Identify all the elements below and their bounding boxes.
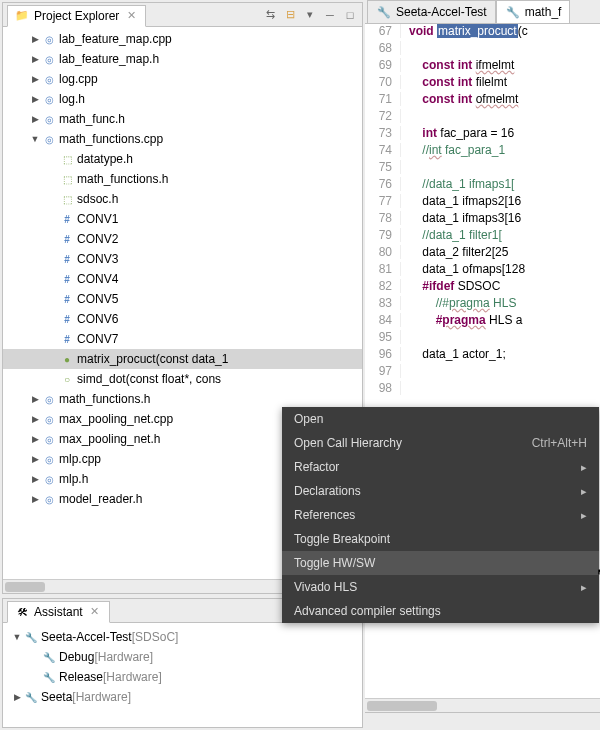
assistant-tree[interactable]: 🔧Seeta-Accel-Test [SDSoC]🔧Debug [Hardwar… [3, 623, 362, 711]
tree-item[interactable]: #CONV1 [3, 209, 362, 229]
context-menu[interactable]: OpenOpen Call HierarchyCtrl+Alt+HRefacto… [282, 407, 599, 623]
code-src[interactable]: #ifdef SDSOC [401, 279, 500, 293]
tree-item[interactable]: ◎math_functions.cpp [3, 129, 362, 149]
code-line[interactable]: 73 int fac_para = 16 [365, 126, 600, 143]
code-line[interactable]: 76 //data_1 ifmaps1[ [365, 177, 600, 194]
code-line[interactable]: 69 const int ifmelmt [365, 58, 600, 75]
editor-tabs[interactable]: 🔧Seeta-Accel-Test🔧math_f [365, 0, 600, 24]
context-menu-item[interactable]: Refactor▸ [282, 455, 599, 479]
assistant-item[interactable]: 🔧Seeta-Accel-Test [SDSoC] [7, 627, 358, 647]
expand-arrow-icon[interactable] [11, 632, 23, 642]
code-line[interactable]: 72 [365, 109, 600, 126]
code-line[interactable]: 82 #ifdef SDSOC [365, 279, 600, 296]
context-menu-item[interactable]: Open [282, 407, 599, 431]
context-menu-item[interactable]: Vivado HLS▸ [282, 575, 599, 599]
code-line[interactable]: 98 [365, 381, 600, 398]
code-line[interactable]: 71 const int ofmelmt [365, 92, 600, 109]
editor-tab[interactable]: 🔧Seeta-Accel-Test [367, 0, 496, 23]
editor-tab[interactable]: 🔧math_f [496, 0, 571, 23]
code-line[interactable]: 68 [365, 41, 600, 58]
context-menu-item[interactable]: Toggle HW/SW [282, 551, 599, 575]
context-menu-item[interactable]: Declarations▸ [282, 479, 599, 503]
tree-item[interactable]: #CONV2 [3, 229, 362, 249]
code-src[interactable]: data_1 ifmaps3[16 [401, 211, 521, 225]
code-line[interactable]: 83 //#pragma HLS [365, 296, 600, 313]
menu-icon[interactable]: ▾ [302, 7, 318, 23]
assistant-item[interactable]: 🔧Seeta [Hardware] [7, 687, 358, 707]
expand-arrow-icon[interactable] [29, 74, 41, 84]
context-menu-item[interactable]: Open Call HierarchyCtrl+Alt+H [282, 431, 599, 455]
expand-arrow-icon[interactable] [29, 474, 41, 484]
code-line[interactable]: 75 [365, 160, 600, 177]
code-src[interactable]: data_2 filter2[25 [401, 245, 508, 259]
expand-arrow-icon[interactable] [29, 434, 41, 444]
tree-item[interactable]: ⬚sdsoc.h [3, 189, 362, 209]
assistant-tab[interactable]: 🛠 Assistant ✕ [7, 601, 110, 623]
code-line[interactable]: 95 [365, 330, 600, 347]
expand-arrow-icon[interactable] [29, 414, 41, 424]
code-line[interactable]: 84 #pragma HLS a [365, 313, 600, 330]
close-icon[interactable]: ✕ [123, 8, 139, 24]
code-line[interactable]: 79 //data_1 filter1[ [365, 228, 600, 245]
tree-item[interactable]: ⬚math_functions.h [3, 169, 362, 189]
tree-item[interactable]: ⬚datatype.h [3, 149, 362, 169]
code-line[interactable]: 67void matrix_procuct(c [365, 24, 600, 41]
code-src[interactable]: //data_1 ifmaps1[ [401, 177, 514, 191]
expand-arrow-icon[interactable] [29, 394, 41, 404]
tree-item[interactable]: ○simd_dot(const float*, cons [3, 369, 362, 389]
code-line[interactable]: 70 const int filelmt [365, 75, 600, 92]
tree-item[interactable]: #CONV6 [3, 309, 362, 329]
tree-item[interactable]: ◎log.cpp [3, 69, 362, 89]
close-icon[interactable]: ✕ [87, 604, 103, 620]
expand-arrow-icon[interactable] [29, 114, 41, 124]
code-src[interactable]: data_1 ifmaps2[16 [401, 194, 521, 208]
minimize-icon[interactable]: ─ [322, 7, 338, 23]
tree-item[interactable]: ◎lab_feature_map.cpp [3, 29, 362, 49]
code-src[interactable]: data_1 ofmaps[128 [401, 262, 525, 276]
code-line[interactable]: 97 [365, 364, 600, 381]
expand-arrow-icon[interactable] [29, 94, 41, 104]
link-editor-icon[interactable]: ⇆ [262, 7, 278, 23]
expand-arrow-icon[interactable] [29, 494, 41, 504]
expand-arrow-icon[interactable] [29, 134, 41, 144]
code-line[interactable]: 77 data_1 ifmaps2[16 [365, 194, 600, 211]
code-src[interactable]: #pragma HLS a [401, 313, 522, 327]
editor-hscroll[interactable] [365, 698, 600, 712]
tree-item[interactable]: #CONV5 [3, 289, 362, 309]
code-src[interactable]: void matrix_procuct(c [401, 24, 528, 38]
code-line[interactable]: 74 //int fac_para_1 [365, 143, 600, 160]
code-src[interactable]: const int ofmelmt [401, 92, 518, 106]
code-line[interactable]: 78 data_1 ifmaps3[16 [365, 211, 600, 228]
tree-item[interactable]: ●matrix_procuct(const data_1 [3, 349, 362, 369]
tree-item-label: mlp.h [59, 472, 88, 486]
expand-arrow-icon[interactable] [29, 34, 41, 44]
context-menu-item[interactable]: Toggle Breakpoint [282, 527, 599, 551]
tree-item[interactable]: ◎log.h [3, 89, 362, 109]
code-src[interactable]: //int fac_para_1 [401, 143, 508, 157]
tree-item[interactable]: #CONV4 [3, 269, 362, 289]
code-line[interactable]: 81 data_1 ofmaps[128 [365, 262, 600, 279]
code-line[interactable]: 96 data_1 actor_1; [365, 347, 600, 364]
project-explorer-tab[interactable]: 📁 Project Explorer ✕ [7, 5, 146, 27]
code-src[interactable]: const int filelmt [401, 75, 507, 89]
tree-item[interactable]: ◎math_functions.h [3, 389, 362, 409]
assistant-item[interactable]: 🔧Release [Hardware] [7, 667, 358, 687]
code-src[interactable]: //data_1 filter1[ [401, 228, 502, 242]
expand-arrow-icon[interactable] [29, 54, 41, 64]
code-src[interactable]: const int ifmelmt [401, 58, 514, 72]
code-src[interactable]: //#pragma HLS [401, 296, 516, 310]
tree-item[interactable]: ◎lab_feature_map.h [3, 49, 362, 69]
tree-item[interactable]: ◎math_func.h [3, 109, 362, 129]
assistant-item[interactable]: 🔧Debug [Hardware] [7, 647, 358, 667]
tree-item[interactable]: #CONV7 [3, 329, 362, 349]
focus-icon[interactable]: ⊟ [282, 7, 298, 23]
context-menu-item[interactable]: References▸ [282, 503, 599, 527]
code-src[interactable]: int fac_para = 16 [401, 126, 514, 140]
expand-arrow-icon[interactable] [29, 454, 41, 464]
code-src[interactable]: data_1 actor_1; [401, 347, 506, 361]
expand-arrow-icon[interactable] [11, 692, 23, 702]
code-line[interactable]: 80 data_2 filter2[25 [365, 245, 600, 262]
context-menu-item[interactable]: Advanced compiler settings [282, 599, 599, 623]
tree-item[interactable]: #CONV3 [3, 249, 362, 269]
maximize-icon[interactable]: □ [342, 7, 358, 23]
